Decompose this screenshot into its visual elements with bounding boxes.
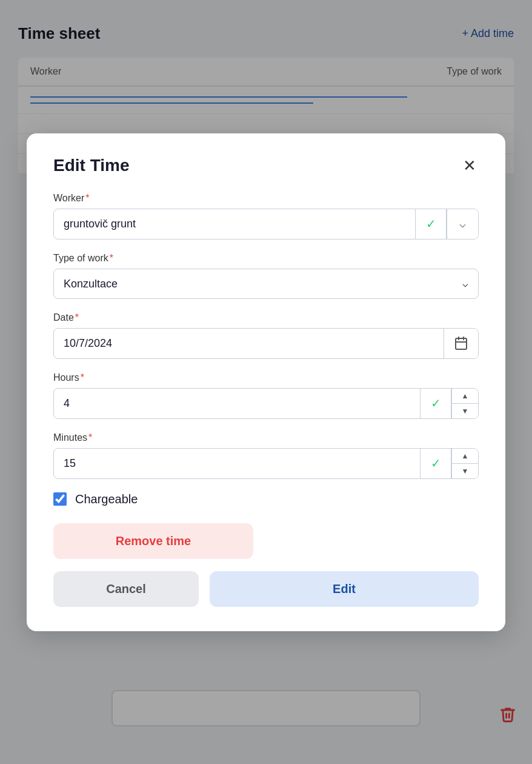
worker-dropdown-button[interactable]: ⌵ [447,209,478,239]
minutes-input-wrapper: ✓ ▲ ▼ [53,448,479,479]
date-input-wrapper [53,328,479,359]
hours-field-group: Hours* ✓ ▲ ▼ [53,372,479,419]
cancel-button[interactable]: Cancel [53,571,199,607]
chargeable-checkbox[interactable] [53,492,67,506]
type-of-work-chevron: ⌵ [453,269,478,298]
type-of-work-label: Type of work* [53,253,479,264]
required-indicator: * [75,312,79,323]
minutes-decrement-button[interactable]: ▼ [452,464,478,478]
modal-overlay: Edit Time ✕ Worker* ✓ ⌵ Type o [0,0,532,764]
worker-input-wrapper: ✓ ⌵ [53,209,479,240]
arrow-down-icon: ▼ [462,407,469,415]
svg-rect-0 [456,338,467,349]
hours-input[interactable] [54,389,420,418]
calendar-icon [454,336,468,350]
hours-input-wrapper: ✓ ▲ ▼ [53,388,479,419]
modal-title: Edit Time [53,156,130,175]
minutes-check-button[interactable]: ✓ [420,449,451,478]
remove-time-button[interactable]: Remove time [53,523,253,559]
type-of-work-input-wrapper: Konzultace Development Design Testing ⌵ [53,269,479,299]
minutes-input[interactable] [54,449,420,478]
required-indicator: * [81,372,84,383]
hours-check-button[interactable]: ✓ [420,389,451,418]
minutes-stepper: ▲ ▼ [451,449,478,478]
required-indicator: * [85,193,89,203]
type-of-work-field-group: Type of work* Konzultace Development Des… [53,253,479,299]
required-indicator: * [110,253,113,263]
date-field-group: Date* [53,312,479,359]
edit-time-modal: Edit Time ✕ Worker* ✓ ⌵ Type o [27,133,505,631]
hours-label: Hours* [53,372,479,383]
date-label: Date* [53,312,479,323]
check-icon: ✓ [426,216,436,231]
arrow-up-icon: ▲ [462,452,469,460]
worker-input[interactable] [54,209,415,239]
action-buttons-row: Cancel Edit [53,571,479,607]
type-of-work-select[interactable]: Konzultace Development Design Testing [54,269,453,298]
chargeable-row: Chargeable [53,492,479,506]
minutes-increment-button[interactable]: ▲ [452,449,478,464]
check-icon: ✓ [431,456,441,471]
worker-check-button[interactable]: ✓ [415,209,447,239]
hours-decrement-button[interactable]: ▼ [452,404,478,418]
arrow-down-icon: ▼ [462,467,469,475]
minutes-field-group: Minutes* ✓ ▲ ▼ [53,432,479,479]
worker-label: Worker* [53,193,479,204]
chargeable-label[interactable]: Chargeable [75,492,138,506]
close-icon: ✕ [463,158,476,173]
hours-increment-button[interactable]: ▲ [452,389,478,404]
chevron-down-icon: ⌵ [462,278,468,289]
required-indicator: * [88,432,92,443]
minutes-label: Minutes* [53,432,479,443]
date-input[interactable] [54,329,444,358]
modal-header: Edit Time ✕ [53,155,479,176]
check-icon: ✓ [431,396,441,410]
hours-stepper: ▲ ▼ [451,389,478,418]
arrow-up-icon: ▲ [462,392,469,400]
edit-button[interactable]: Edit [210,571,479,607]
chevron-down-icon: ⌵ [459,217,466,230]
worker-field-group: Worker* ✓ ⌵ [53,193,479,240]
calendar-button[interactable] [444,329,478,358]
close-button[interactable]: ✕ [461,155,479,176]
